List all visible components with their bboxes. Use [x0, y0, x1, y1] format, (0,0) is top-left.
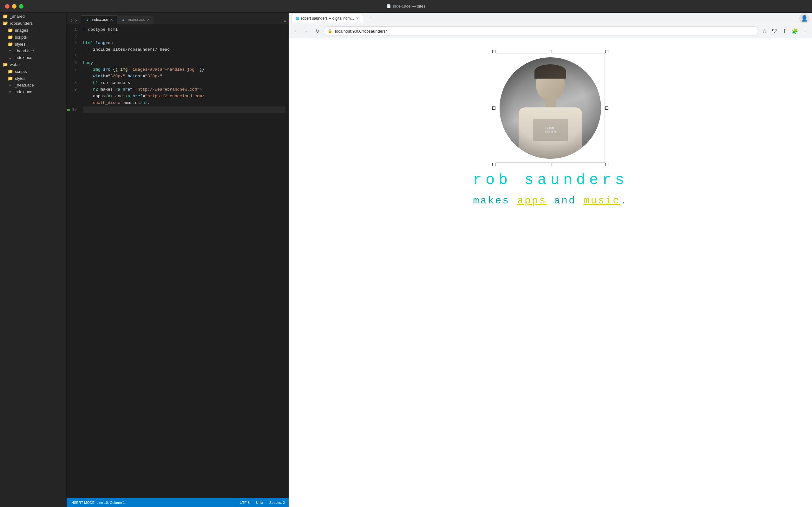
shield-button[interactable]: 🛡	[770, 26, 779, 36]
info-button[interactable]: ℹ	[780, 26, 789, 36]
folder-icon: 📁	[8, 42, 13, 47]
sidebar-label-shared: _shared	[10, 14, 25, 19]
line-num-active: 10	[67, 107, 77, 113]
status-line-ending: Unix	[256, 501, 263, 504]
tab-main-sass[interactable]: ≡ main.sass ✕	[117, 15, 154, 24]
sidebar-item-wabn-head[interactable]: ≡ _head.ace	[0, 82, 66, 89]
line-num-11	[67, 93, 77, 100]
sidebar-label-wabn-styles: styles	[15, 76, 26, 81]
code-line-9: h2 makes <a href="http://wearebrandnew.c…	[83, 87, 285, 93]
folder-icon: 📂	[3, 20, 8, 26]
maximize-button[interactable]	[19, 4, 23, 9]
sidebar-label-wabn-index: index.ace	[14, 89, 32, 94]
folder-icon: 📁	[3, 14, 8, 19]
sidebar: 📁 _shared 📂 robsaunders 📁 images 📁 scrip…	[0, 13, 67, 507]
extensions-button[interactable]: 🧩	[791, 26, 799, 36]
active-line-num: 10	[72, 107, 77, 113]
profile-name: rob saunders	[473, 171, 628, 188]
handle-bm[interactable]	[549, 163, 552, 166]
handle-br[interactable]	[605, 163, 608, 166]
code-area[interactable]: 1 2 3 4 5 6 7 8 9 10 = doctype html	[67, 24, 289, 498]
browser-actions: ☆ 🛡 ℹ 🧩 ⋮	[760, 26, 809, 36]
handle-tr[interactable]	[605, 50, 608, 53]
tab-close-sass[interactable]: ✕	[147, 18, 150, 22]
browser-tab-close[interactable]: ✕	[356, 16, 359, 20]
tab-file-icon-sass: ≡	[121, 18, 126, 21]
sidebar-label-head: _head.ace	[14, 49, 34, 53]
browser-nav: ‹ › ↻ 🔒 localhost:9000/robsaunders/ ☆ 🛡 …	[289, 24, 812, 38]
status-bar: INSERT MODE, Line 10, Column 1 UTF-8 Uni…	[67, 498, 289, 507]
code-line-9c: death_disco">music</a>.	[83, 100, 285, 107]
code-line-2	[83, 33, 285, 40]
tab-label-index: index.ace	[92, 17, 108, 22]
tab-overflow-menu[interactable]: ▾	[281, 19, 289, 24]
code-editor[interactable]: = doctype html html lang=en = include si…	[79, 24, 289, 498]
code-line-active[interactable]	[83, 107, 285, 113]
tab-nav[interactable]: ‹ ›	[67, 17, 81, 24]
handle-bl[interactable]	[492, 163, 496, 166]
tagline-period: .	[620, 195, 627, 207]
code-line-4: = include sites/robsaunders/_head	[83, 47, 285, 53]
sidebar-item-index-ace[interactable]: ≡ index.ace	[0, 54, 66, 61]
sidebar-label-robsaunders: robsaunders	[10, 21, 33, 26]
file-icon: ≡	[8, 83, 13, 87]
window-controls[interactable]	[5, 4, 23, 9]
status-encoding: UTF-8	[240, 501, 250, 504]
sidebar-item-wabn-scripts[interactable]: 📁 scripts	[0, 68, 66, 75]
sidebar-item-styles[interactable]: 📁 styles	[0, 41, 66, 48]
line-num-5: 5	[67, 53, 77, 60]
line-num-4: 4	[67, 47, 77, 53]
next-tab-button[interactable]: ›	[74, 17, 78, 24]
line-numbers: 1 2 3 4 5 6 7 8 9 10	[67, 24, 79, 498]
code-line-7b: width="320px" height="320px"	[83, 73, 285, 80]
sidebar-item-wabn[interactable]: 📂 wabn	[0, 61, 66, 68]
status-indentation: Spaces: 2	[269, 501, 285, 504]
file-icon: ≡	[8, 49, 13, 53]
sidebar-item-images[interactable]: 📁 images	[0, 26, 66, 34]
line-num-3: 3	[67, 40, 77, 47]
tagline-prefix: makes	[473, 195, 517, 207]
tab-label-sass: main.sass	[128, 17, 145, 22]
minimize-button[interactable]	[12, 4, 16, 9]
new-tab-button[interactable]: +	[366, 14, 374, 23]
bookmark-button[interactable]: ☆	[760, 26, 769, 36]
handle-tm[interactable]	[549, 50, 552, 53]
sidebar-item-head-ace[interactable]: ≡ _head.ace	[0, 48, 66, 54]
code-line-5	[83, 53, 285, 60]
handle-ml[interactable]	[492, 107, 496, 110]
line-num-12	[67, 100, 77, 107]
tab-close-index[interactable]: ✕	[110, 18, 113, 22]
refresh-button[interactable]: ↻	[313, 26, 322, 36]
apps-link[interactable]: apps	[517, 195, 547, 207]
folder-icon: 📁	[8, 35, 13, 40]
profile-icon: 👤	[801, 15, 808, 22]
url-text: localhost:9000/robsaunders/	[335, 29, 754, 34]
handle-tl[interactable]	[492, 50, 496, 53]
close-button[interactable]	[5, 4, 9, 9]
tab-index-ace[interactable]: ≡ index.ace ✕	[81, 15, 117, 24]
page-favicon: 🌐	[295, 17, 299, 20]
forward-button[interactable]: ›	[302, 26, 311, 36]
line-num-8	[67, 73, 77, 80]
webpage-content: SONICYOUTH rob saunders makes apps and m…	[289, 38, 812, 507]
back-button[interactable]: ‹	[291, 26, 300, 36]
sidebar-item-wabn-index[interactable]: ≡ index.ace	[0, 89, 66, 95]
tab-bar: ‹ › ≡ index.ace ✕ ≡ main.sass ✕ ▾	[67, 13, 289, 24]
address-bar[interactable]: 🔒 localhost:9000/robsaunders/	[323, 26, 758, 36]
line-num-9: 8	[67, 80, 77, 87]
browser-tab[interactable]: 🌐 robert saunders -- digital nom... ✕	[291, 14, 363, 22]
handle-mr[interactable]	[605, 107, 608, 110]
menu-button[interactable]: ⋮	[801, 26, 809, 36]
window-title: 📄 index.ace — sites	[387, 4, 426, 9]
sidebar-item-robsaunders[interactable]: 📂 robsaunders	[0, 20, 66, 26]
sidebar-item-shared[interactable]: 📁 _shared	[0, 13, 66, 20]
line-num-1: 1	[67, 26, 77, 33]
file-icon: 📄	[387, 4, 391, 8]
sidebar-item-wabn-styles[interactable]: 📁 styles	[0, 75, 66, 82]
prev-tab-button[interactable]: ‹	[69, 17, 73, 24]
music-link[interactable]: music	[583, 195, 620, 207]
line-num-2: 2	[67, 33, 77, 40]
profile-button[interactable]: 👤	[799, 13, 809, 23]
line-num-6: 6	[67, 60, 77, 66]
sidebar-item-scripts[interactable]: 📁 scripts	[0, 34, 66, 41]
